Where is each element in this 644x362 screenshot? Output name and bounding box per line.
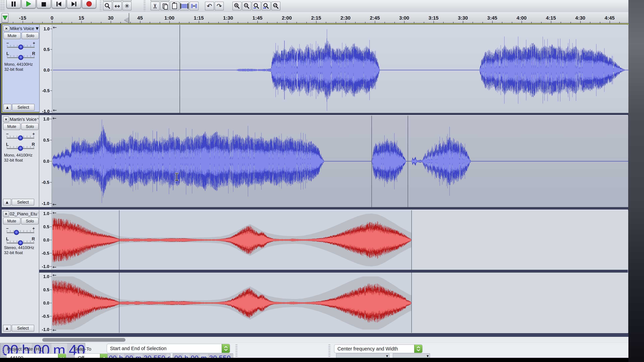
pan-slider-thumb[interactable] <box>18 146 23 151</box>
solo-button[interactable]: Solo <box>21 218 38 225</box>
track-menu-dropdown-icon[interactable]: ▼ <box>38 117 38 121</box>
amplitude-scale: 1.00.50.0-0.5-1.0 <box>40 25 52 113</box>
pan-slider-thumb[interactable] <box>18 240 23 245</box>
toolbar-grip[interactable] <box>144 1 146 11</box>
skip-to-end-button[interactable] <box>67 0 81 8</box>
track-title[interactable]: Martin's Voice▼ <box>10 117 38 122</box>
track-title[interactable]: Mike's Voice▼ <box>10 26 38 31</box>
toolbar-grip[interactable] <box>3 1 5 11</box>
amplitude-label: -1.0 <box>42 201 49 206</box>
dropdown-spinner-icon[interactable] <box>414 345 422 353</box>
toolbar-grip[interactable] <box>236 345 238 357</box>
gain-slider-thumb[interactable] <box>18 135 23 140</box>
waveform-canvas[interactable] <box>52 273 628 333</box>
trim-audio-button[interactable] <box>180 2 189 10</box>
ruler-tick <box>306 22 307 23</box>
ruler-tick <box>179 22 180 23</box>
ruler-tick <box>590 22 590 23</box>
clip-boundary[interactable] <box>372 116 372 207</box>
track-piano-etude[interactable]: × 02_Piano_Etu▼ Mute Solo − + L R Stereo… <box>1 209 628 334</box>
clip-boundary[interactable] <box>408 116 408 207</box>
track-menu-dropdown-icon[interactable]: ▼ <box>38 212 38 216</box>
clip-boundary[interactable] <box>412 273 412 333</box>
gain-slider[interactable]: − + <box>6 226 35 236</box>
collapse-track-button[interactable]: ▲ <box>3 199 11 205</box>
fit-project-button[interactable] <box>262 2 271 10</box>
tool-button-cropped[interactable] <box>113 0 122 1</box>
horizontal-scrollbar-thumb[interactable] <box>42 338 126 342</box>
play-button[interactable] <box>22 0 36 8</box>
dropdown-spinner-icon[interactable] <box>222 344 230 353</box>
timeline-pin-button[interactable] <box>2 13 8 22</box>
stop-button[interactable] <box>36 0 51 8</box>
close-track-button[interactable]: × <box>3 211 9 217</box>
waveform-area-left-channel[interactable]: ← ← <box>52 210 628 270</box>
collapse-track-button[interactable]: ▲ <box>3 104 12 111</box>
copy-button[interactable] <box>160 2 170 10</box>
track-menu-dropdown-icon[interactable]: ▼ <box>36 27 38 30</box>
pan-slider[interactable]: L R <box>6 142 35 151</box>
amplitude-tick <box>50 49 52 50</box>
cut-button[interactable]: ✂ <box>150 2 160 10</box>
toolbar-grip[interactable] <box>100 1 102 11</box>
toolbar-grip[interactable] <box>2 345 4 357</box>
silence-audio-button[interactable] <box>190 2 198 10</box>
close-track-button[interactable]: × <box>3 116 9 122</box>
gain-slider-thumb[interactable] <box>18 44 23 50</box>
gain-slider-thumb[interactable] <box>14 230 19 235</box>
skip-to-start-button[interactable] <box>52 0 66 8</box>
redo-button[interactable]: ↷ <box>215 2 224 10</box>
track-title[interactable]: 02_Piano_Etu▼ <box>10 211 38 217</box>
toolbar-button-cropped[interactable] <box>150 0 170 1</box>
multi-tool-button[interactable]: ✳ <box>122 2 132 10</box>
clip-boundary[interactable] <box>412 210 412 270</box>
timeline-ruler[interactable]: -1501530451:001:151:301:452:002:152:302:… <box>0 12 628 24</box>
track-martins-voice[interactable]: × Martin's Voice▼ Mute Solo − + L R Mono… <box>1 115 628 207</box>
solo-button[interactable]: Solo <box>22 32 39 39</box>
time-shift-tool-button[interactable]: ↔ <box>113 2 122 10</box>
zoom-in-button[interactable] <box>232 2 242 10</box>
tool-button-cropped[interactable] <box>103 0 112 1</box>
fit-selection-button[interactable] <box>252 2 261 10</box>
select-track-button[interactable]: Select <box>12 104 34 111</box>
gain-slider[interactable]: − + <box>6 40 35 50</box>
waveform-area-right-channel[interactable]: ← ← <box>52 273 628 333</box>
gain-slider[interactable]: − + <box>6 131 35 141</box>
select-track-button[interactable]: Select <box>12 325 34 332</box>
mute-button[interactable]: Mute <box>3 218 20 225</box>
paste-button[interactable] <box>170 2 179 10</box>
select-track-button[interactable]: Select <box>12 199 34 205</box>
selection-mode-dropdown[interactable]: Start and End of Selection <box>107 344 230 353</box>
waveform-canvas[interactable] <box>52 25 628 113</box>
waveform-canvas[interactable] <box>52 116 628 207</box>
amplitude-label: 0.0 <box>43 238 49 243</box>
clip-boundary[interactable] <box>119 273 120 333</box>
waveform-area[interactable]: ← ← <box>52 25 628 113</box>
undo-button[interactable]: ↶ <box>205 2 214 10</box>
waveform-area[interactable]: ← ← <box>52 116 628 207</box>
toolbar-grip[interactable] <box>0 1 2 11</box>
ruler-tick <box>453 22 454 23</box>
toolbar-grip[interactable] <box>328 345 330 357</box>
clip-boundary[interactable] <box>119 210 120 270</box>
mute-button[interactable]: Mute <box>3 32 21 39</box>
mute-button[interactable]: Mute <box>3 123 20 130</box>
record-button[interactable] <box>82 0 96 8</box>
spectral-mode-dropdown[interactable]: Center frequency and Width <box>334 345 422 353</box>
zoom-tool-button[interactable] <box>103 2 112 10</box>
zoom-out-button[interactable] <box>242 2 251 10</box>
ruler-tick <box>355 22 356 23</box>
track-mikes-voice[interactable]: × Mike's Voice▼ Mute Solo − + L R Mono, … <box>1 23 628 113</box>
zoom-toggle-button[interactable] <box>271 2 280 10</box>
tool-button-cropped[interactable] <box>122 0 132 1</box>
pan-slider-thumb[interactable] <box>18 55 23 60</box>
pan-slider[interactable]: L R <box>6 51 35 61</box>
pause-button[interactable] <box>6 0 21 8</box>
pan-slider[interactable]: L R <box>6 236 35 246</box>
playhead-marker-icon[interactable] <box>124 17 129 22</box>
solo-button[interactable]: Solo <box>21 123 38 130</box>
collapse-track-button[interactable]: ▲ <box>3 325 11 332</box>
close-track-button[interactable]: × <box>3 26 10 31</box>
waveform-canvas[interactable] <box>52 210 628 270</box>
ruler-time-label: 2:30 <box>340 15 350 21</box>
